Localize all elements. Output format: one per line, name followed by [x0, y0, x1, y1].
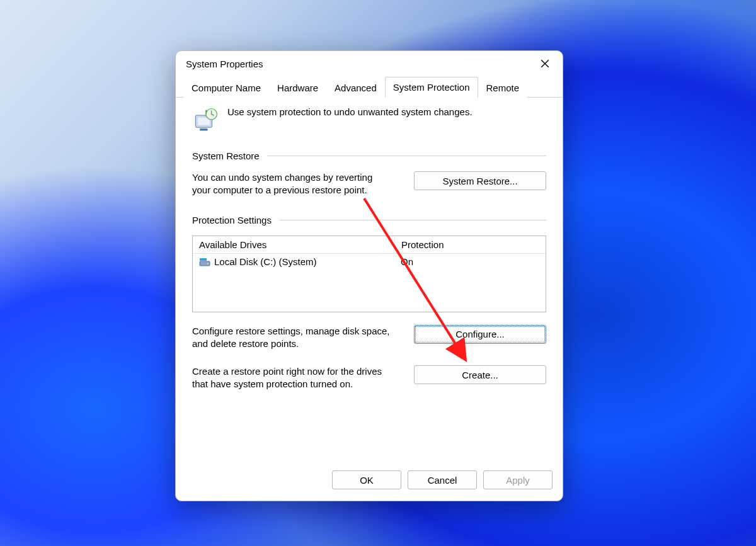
hard-drive-icon — [199, 258, 210, 266]
system-properties-dialog: System Properties Computer Name Hardware… — [175, 50, 563, 501]
drives-list[interactable]: Available Drives Protection Local Disk (… — [192, 236, 546, 312]
close-icon — [541, 59, 549, 68]
ok-button[interactable]: OK — [332, 470, 401, 489]
desktop-background: System Properties Computer Name Hardware… — [0, 0, 756, 546]
cancel-button[interactable]: Cancel — [408, 470, 477, 489]
close-button[interactable] — [531, 54, 559, 73]
drive-name-cell: Local Disk (C:) (System) — [193, 254, 394, 270]
svg-point-9 — [207, 263, 209, 264]
section-protection-settings: Protection Settings — [192, 215, 546, 225]
section-title-restore: System Restore — [192, 151, 260, 161]
tab-advanced[interactable]: Advanced — [326, 77, 385, 98]
intro-row: Use system protection to undo unwanted s… — [192, 106, 546, 133]
tab-hardware[interactable]: Hardware — [269, 77, 326, 98]
tab-remote[interactable]: Remote — [478, 77, 528, 98]
col-header-protection: Protection — [395, 236, 546, 253]
section-system-restore: System Restore — [192, 151, 546, 161]
svg-rect-8 — [200, 258, 207, 261]
drive-row[interactable]: Local Disk (C:) (System) On — [193, 254, 546, 270]
system-restore-button[interactable]: System Restore... — [414, 171, 546, 190]
create-button[interactable]: Create... — [414, 365, 546, 384]
section-title-protection: Protection Settings — [192, 215, 272, 225]
intro-text: Use system protection to undo unwanted s… — [227, 106, 472, 117]
window-title: System Properties — [186, 59, 263, 69]
dialog-footer: OK Cancel Apply — [176, 463, 563, 501]
restore-desc: You can undo system changes by reverting… — [192, 171, 381, 197]
divider — [267, 156, 546, 156]
configure-button[interactable]: Configure... — [414, 325, 546, 344]
configure-desc: Configure restore settings, manage disk … — [192, 325, 394, 351]
apply-button[interactable]: Apply — [483, 470, 553, 489]
tab-computer-name[interactable]: Computer Name — [183, 77, 269, 98]
configure-row: Configure restore settings, manage disk … — [192, 325, 546, 351]
tab-system-protection[interactable]: System Protection — [385, 77, 478, 98]
restore-row: You can undo system changes by reverting… — [192, 171, 546, 197]
system-restore-icon — [192, 106, 219, 133]
tab-content: Use system protection to undo unwanted s… — [176, 98, 563, 463]
tab-strip: Computer Name Hardware Advanced System P… — [176, 76, 563, 98]
svg-rect-4 — [200, 128, 207, 131]
create-row: Create a restore point right now for the… — [192, 365, 546, 391]
create-desc: Create a restore point right now for the… — [192, 365, 394, 391]
drive-name: Local Disk (C:) (System) — [214, 256, 317, 267]
drive-protection: On — [394, 254, 546, 270]
divider — [279, 220, 546, 220]
titlebar: System Properties — [176, 51, 563, 76]
col-header-drives: Available Drives — [193, 236, 395, 253]
drives-header: Available Drives Protection — [193, 236, 546, 254]
